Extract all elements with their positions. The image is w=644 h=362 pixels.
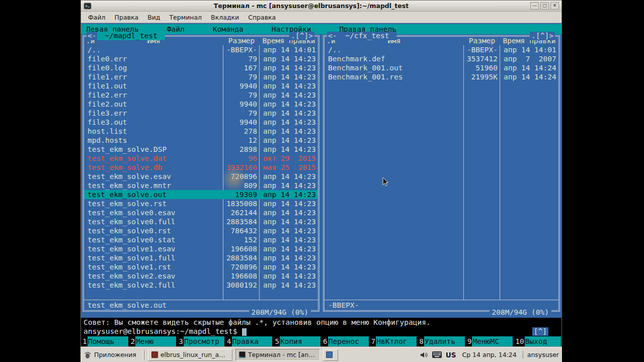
keyboard-layout-label[interactable]: US xyxy=(446,351,456,359)
fkey-number: 2 xyxy=(130,336,136,346)
file-row[interactable]: file3.err 79 апр 14 14:23 xyxy=(84,109,318,118)
file-row[interactable]: test_ekm_solve.dat 96 окт 29 2015 xyxy=(84,154,318,163)
file-size: 3080192 xyxy=(223,281,260,290)
window-title: Терминал - mc [ansysuser@elbrusansys]:~/… xyxy=(94,2,529,10)
file-row[interactable]: /.. -ВВЕРХ- апр 14 14:01 xyxy=(84,45,318,54)
fkey-label: Меню xyxy=(135,336,176,346)
file-row[interactable]: /.. -ВВЕРХ- апр 14 14:01 xyxy=(325,45,558,54)
file-mtime: апр 7 2007 xyxy=(500,54,558,63)
menu-item[interactable]: Правка xyxy=(110,13,143,22)
minimize-button[interactable]: — xyxy=(530,2,539,10)
file-row[interactable]: file2.out 9940 апр 14 14:23 xyxy=(84,100,318,109)
file-size: 2898 xyxy=(223,145,260,154)
file-name: test_ekm_solve0.rst xyxy=(84,226,223,235)
keyboard-layout-icon[interactable] xyxy=(432,351,442,358)
panel-scroll-right-marker: .[^]> xyxy=(530,32,555,40)
maximize-button[interactable]: ▢ xyxy=(540,2,549,10)
file-row[interactable]: Benchmark_001.out 51960 апр 14 14:24 xyxy=(325,63,558,72)
fkey-button[interactable]: 8 Удалить xyxy=(418,336,465,346)
file-row[interactable]: file2.err 79 апр 14 14:23 xyxy=(84,90,318,100)
menu-item[interactable]: Вид xyxy=(143,13,165,22)
file-row[interactable]: host.list 278 апр 14 14:23 xyxy=(84,127,318,136)
panel-path[interactable]: ~/cfx_test xyxy=(338,32,396,40)
file-row[interactable]: test_ekm_solve0.esav 262144 апр 14 14:23 xyxy=(84,208,318,217)
fkey-button[interactable]: 6 Перенос xyxy=(322,336,369,346)
titlebar[interactable]: Терминал - mc [ansysuser@elbrusansys]:~/… xyxy=(81,1,561,12)
menu-item[interactable]: Справка xyxy=(244,13,280,22)
fkey-label: Помощь xyxy=(88,336,128,346)
file-row[interactable]: test_ekm_solve1.rst 720896 апр 14 14:23 xyxy=(84,262,318,272)
menu-item[interactable]: Терминал xyxy=(165,13,206,22)
fkey-label: Копия xyxy=(280,336,320,346)
taskbar-task[interactable]: elbrus_linux_run_ansys... xyxy=(148,349,232,361)
column-divider xyxy=(463,45,464,300)
file-row[interactable]: file1.out 9940 апр 14 14:23 xyxy=(84,81,318,90)
file-mtime: окт 29 2015 xyxy=(260,154,318,163)
panel-path[interactable]: ~/mapdl_test xyxy=(97,32,165,40)
fkey-number: 6 xyxy=(322,336,328,346)
file-name: file3.err xyxy=(84,109,223,118)
command-line[interactable]: ansysuser@elbrusansys:~/mapdl_test$[^] xyxy=(81,327,561,336)
file-name: test_ekm_solve0.full xyxy=(84,217,223,226)
column-header-size[interactable]: Размер xyxy=(464,37,500,45)
file-row[interactable]: file3.out 9940 апр 14 14:23 xyxy=(84,118,318,127)
close-button[interactable]: ✕ xyxy=(550,2,559,10)
file-name: test_ekm_solve2.esav xyxy=(84,272,223,281)
mc-menu-item[interactable]: Команда xyxy=(212,24,245,34)
menu-item[interactable]: Вкладки xyxy=(206,13,244,22)
volume-icon[interactable] xyxy=(420,351,428,359)
clock[interactable]: Ср 14 апр, 14:24 xyxy=(460,351,518,358)
file-mtime: апр 14 14:23 xyxy=(260,235,318,244)
file-mtime: апр 14 14:23 xyxy=(260,190,318,199)
file-row[interactable]: test_ekm_solve1.full 2883584 апр 14 14:2… xyxy=(84,253,318,262)
file-row[interactable]: test_ekm_solve0.stat 152 апр 14 14:23 xyxy=(84,235,318,244)
applications-icon xyxy=(84,351,92,359)
file-row[interactable]: Benchmark_001.res 21995K апр 14 14:24 xyxy=(325,72,558,81)
file-mtime: апр 14 14:23 xyxy=(260,100,318,109)
task-window-icon xyxy=(239,351,246,358)
file-row[interactable]: mpd.hosts 12 апр 14 14:23 xyxy=(84,136,318,145)
file-row[interactable]: test_ekm_solve0.rst 786432 апр 14 14:23 xyxy=(84,226,318,235)
scroll-up-indicator[interactable]: [^] xyxy=(532,327,548,336)
file-row[interactable]: test_ekm_solve.esav 720896 апр 14 14:23 xyxy=(84,172,318,181)
file-row[interactable]: test_ekm_solve.rst 1835008 апр 14 14:23 xyxy=(84,199,318,208)
taskbar-task[interactable]: Терминал - mc [ansysu... xyxy=(235,349,320,361)
file-mtime: апр 14 14:23 xyxy=(260,181,318,190)
file-name: test_ekm_solve0.esav xyxy=(84,208,223,217)
file-row[interactable]: test_ekm_solve0.full 2883584 апр 14 14:2… xyxy=(84,217,318,226)
file-list: /.. -ВВЕРХ- апр 14 14:01 file0.err 79 ап… xyxy=(84,45,318,300)
menu-item[interactable]: Файл xyxy=(84,13,110,22)
file-row[interactable]: test_ekm_solve.db 3932160 мая 25 2015 xyxy=(84,163,318,172)
column-header-size[interactable]: Размер xyxy=(223,37,260,45)
task-window-icon xyxy=(151,351,158,358)
file-row[interactable]: file0.log 167 апр 14 14:23 xyxy=(84,63,318,72)
file-name: file2.err xyxy=(84,90,223,100)
file-name: test_ekm_solve.rst xyxy=(84,199,223,208)
file-mtime: апр 14 14:23 xyxy=(260,109,318,118)
fkey-button[interactable]: 4 Правка xyxy=(226,336,273,346)
file-row[interactable]: test_ekm_solve2.full 3080192 апр 14 14:2… xyxy=(84,281,318,290)
fkey-number: 3 xyxy=(178,336,184,346)
file-name: host.list xyxy=(84,127,223,136)
file-row[interactable]: test_ekm_solve.DSP 2898 апр 14 14:23 xyxy=(84,145,318,154)
fkey-button[interactable]: 7 НвКтлог xyxy=(370,336,417,346)
fkey-button[interactable]: 9 МенюМС xyxy=(466,336,513,346)
taskbar-task[interactable] xyxy=(323,349,338,361)
applications-menu[interactable]: Приложения xyxy=(83,350,139,360)
file-row[interactable]: Benchmark.def 3537412 апр 7 2007 xyxy=(325,54,558,63)
file-row[interactable]: test_ekm_solve.out 19309 апр 14 14:23 xyxy=(84,190,318,199)
file-row[interactable]: file1.err 79 апр 14 14:23 xyxy=(84,72,318,81)
fkey-button[interactable]: 10 Выход xyxy=(514,336,561,346)
fkey-button[interactable]: 5 Копия xyxy=(274,336,320,346)
fkey-button[interactable]: 2 Меню xyxy=(130,336,177,346)
file-row[interactable]: file0.err 79 апр 14 14:23 xyxy=(84,54,318,63)
file-row[interactable]: test_ekm_solve1.esav 196608 апр 14 14:23 xyxy=(84,244,318,253)
file-name: test_ekm_solve.mntr xyxy=(84,181,223,190)
fkey-button[interactable]: 3 Просмотр xyxy=(178,336,224,346)
fkey-button[interactable]: 1 Помощь xyxy=(82,336,128,346)
file-row[interactable]: test_ekm_solve2.esav 196608 апр 14 14:23 xyxy=(84,272,318,281)
file-row[interactable]: test_ekm_solve.mntr 809 апр 14 14:23 xyxy=(84,181,318,190)
hint-line: Совет: Вы сможете видеть скрытые файлы .… xyxy=(81,318,561,327)
shell-prompt: ansysuser@elbrusansys:~/mapdl_test$ xyxy=(84,327,237,335)
mc-menu-item[interactable]: Файл xyxy=(166,24,186,34)
